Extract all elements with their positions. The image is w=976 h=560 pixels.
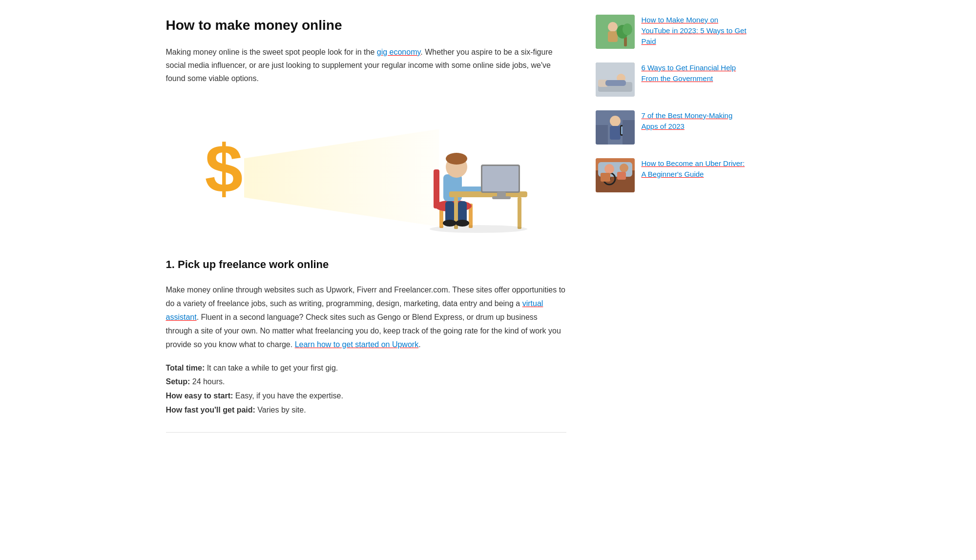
upwork-link[interactable]: Learn how to get started on Upwork xyxy=(295,340,418,349)
svg-rect-45 xyxy=(601,173,610,182)
illustration-container: $ xyxy=(166,100,566,236)
setup-value: 24 hours. xyxy=(190,377,225,386)
svg-point-44 xyxy=(604,164,614,174)
setup-label: Setup: xyxy=(166,377,190,386)
section-divider xyxy=(166,432,566,433)
svg-rect-34 xyxy=(610,126,621,140)
section1-body: Make money online through websites such … xyxy=(166,283,566,352)
intro-text-before: Making money online is the sweet spot pe… xyxy=(166,48,377,56)
svg-rect-37 xyxy=(596,125,608,145)
easy-value: Easy, if you have the expertise. xyxy=(233,392,343,400)
sidebar: How to Make Money on YouTube in 2023: 5 … xyxy=(596,15,747,433)
sidebar-link-2[interactable]: 6 Ways to Get Financial Help From the Go… xyxy=(642,62,747,84)
sidebar-item-3: 7 of the Best Money-Making Apps of 2023 xyxy=(596,110,747,145)
sidebar-link-1[interactable]: How to Make Money on YouTube in 2023: 5 … xyxy=(642,15,747,46)
setup: Setup: 24 hours. xyxy=(166,375,566,389)
svg-point-33 xyxy=(610,116,621,126)
fast-label: How fast you'll get paid: xyxy=(166,406,255,414)
page-wrapper: How to make money online Making money on… xyxy=(146,0,830,447)
section1-heading: 1. Pick up freelance work online xyxy=(166,256,566,273)
easy-to-start: How easy to start: Easy, if you have the… xyxy=(166,389,566,403)
fast-value: Varies by site. xyxy=(255,406,306,414)
easy-label: How easy to start: xyxy=(166,392,233,400)
svg-rect-11 xyxy=(518,197,521,229)
article-title: How to make money online xyxy=(166,15,566,37)
sidebar-item-2: 6 Ways to Get Financial Help From the Go… xyxy=(596,62,747,97)
sidebar-thumbnail-1 xyxy=(596,15,635,49)
svg-rect-47 xyxy=(617,172,626,180)
dollar-sign-icon: $ xyxy=(205,114,243,224)
sidebar-thumbnail-2 xyxy=(596,62,635,97)
sidebar-item-4: How to Become an Uber Driver: A Beginner… xyxy=(596,158,747,192)
total-time: Total time: It can take a while to get y… xyxy=(166,361,566,375)
svg-point-22 xyxy=(608,22,618,32)
svg-point-20 xyxy=(430,225,527,233)
main-content: How to make money online Making money on… xyxy=(166,15,566,433)
svg-rect-15 xyxy=(492,196,511,199)
total-time-value: It can take a while to get your first gi… xyxy=(205,364,338,372)
svg-rect-31 xyxy=(605,80,626,86)
sidebar-link-4[interactable]: How to Become an Uber Driver: A Beginner… xyxy=(642,158,747,180)
sidebar-thumbnail-3 xyxy=(596,110,635,145)
total-time-label: Total time: xyxy=(166,364,205,372)
gig-economy-link[interactable]: gig economy xyxy=(377,48,421,56)
sidebar-thumbnail-4 xyxy=(596,158,635,192)
sidebar-link-3[interactable]: 7 of the Best Money-Making Apps of 2023 xyxy=(642,110,747,132)
svg-point-18 xyxy=(443,220,457,227)
article-intro: Making money online is the sweet spot pe… xyxy=(166,45,566,85)
svg-point-26 xyxy=(623,23,632,35)
section1-text1: Make money online through websites such … xyxy=(166,286,565,308)
meta-info: Total time: It can take a while to get y… xyxy=(166,361,566,417)
svg-point-46 xyxy=(620,164,628,172)
fast-paid: How fast you'll get paid: Varies by site… xyxy=(166,403,566,417)
svg-rect-13 xyxy=(482,166,519,191)
svg-point-6 xyxy=(446,153,467,165)
svg-rect-38 xyxy=(623,120,635,145)
svg-rect-23 xyxy=(608,31,618,42)
section1-text3: . xyxy=(418,340,420,349)
sidebar-item-1: How to Make Money on YouTube in 2023: 5 … xyxy=(596,15,747,49)
desk-scene-illustration xyxy=(371,106,537,237)
